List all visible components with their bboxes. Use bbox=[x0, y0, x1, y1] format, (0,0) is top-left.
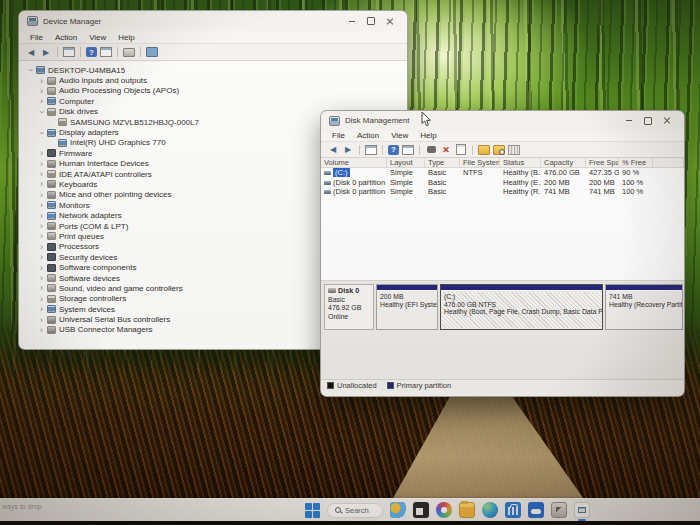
tree-expander-icon[interactable]: › bbox=[37, 212, 46, 220]
usb-icon bbox=[47, 160, 56, 168]
close-button[interactable] bbox=[380, 14, 399, 28]
partition-block[interactable]: 741 MBHealthy (Recovery Partition) bbox=[605, 284, 683, 330]
minimize-button[interactable] bbox=[619, 114, 638, 128]
menu-action[interactable]: Action bbox=[49, 33, 83, 42]
forward-arrow[interactable] bbox=[342, 144, 354, 155]
maximize-button[interactable] bbox=[361, 14, 380, 28]
tree-expander-icon[interactable]: › bbox=[37, 326, 46, 334]
menu-view[interactable]: View bbox=[83, 33, 112, 42]
volume-cell: Healthy (B... bbox=[500, 168, 541, 177]
tree-expander-icon[interactable]: › bbox=[37, 232, 46, 240]
snipping-icon[interactable] bbox=[551, 502, 567, 518]
store-icon[interactable] bbox=[505, 502, 521, 518]
back-arrow[interactable] bbox=[25, 47, 37, 58]
back-arrow[interactable] bbox=[327, 144, 339, 155]
tree-item[interactable]: ›DESKTOP-U4MBA15 bbox=[22, 65, 407, 75]
tree-expander-icon[interactable]: › bbox=[37, 149, 46, 157]
tree-expander-icon[interactable]: › bbox=[27, 66, 35, 75]
widgets-icon[interactable] bbox=[390, 502, 406, 518]
tree-item[interactable]: ›Audio inputs and outputs bbox=[22, 75, 407, 85]
tree-expander-icon[interactable]: › bbox=[37, 191, 46, 199]
menu-file[interactable]: File bbox=[24, 33, 49, 42]
maximize-button[interactable] bbox=[638, 114, 657, 128]
column-header[interactable]: % Free bbox=[619, 158, 653, 167]
volume-cell: 741 MB bbox=[541, 187, 586, 196]
tree-expander-icon[interactable]: › bbox=[37, 201, 46, 209]
volume-row[interactable]: (Disk 0 partition 1)SimpleBasicHealthy (… bbox=[321, 178, 684, 188]
folder-icon[interactable] bbox=[478, 144, 490, 155]
properties-window-icon[interactable] bbox=[402, 144, 414, 155]
tree-expander-icon[interactable]: › bbox=[37, 160, 46, 168]
column-header[interactable]: Status bbox=[500, 158, 541, 167]
start-logo-pane bbox=[305, 511, 312, 518]
delete-volume-icon[interactable] bbox=[440, 144, 452, 155]
tree-expander-icon[interactable]: › bbox=[37, 253, 46, 261]
legend-color-swatch bbox=[387, 382, 394, 389]
tree-item[interactable]: ›Audio Processing Objects (APOs) bbox=[22, 86, 407, 96]
volume-row[interactable]: (C:)SimpleBasicNTFSHealthy (B...476.00 G… bbox=[321, 168, 684, 178]
volume-list: VolumeLayoutTypeFile SystemStatusCapacit… bbox=[321, 158, 684, 281]
forward-arrow[interactable] bbox=[40, 47, 52, 58]
tree-expander-icon[interactable]: › bbox=[37, 264, 46, 272]
tree-expander-icon[interactable]: › bbox=[37, 97, 46, 105]
partition-block[interactable]: 200 MBHealthy (EFI System Pa bbox=[376, 284, 438, 330]
tree-expander-icon[interactable]: › bbox=[37, 316, 46, 324]
checklist-icon[interactable] bbox=[455, 144, 467, 155]
monitor-view-icon[interactable] bbox=[146, 47, 158, 58]
column-header[interactable]: Layout bbox=[387, 158, 425, 167]
column-header[interactable]: Volume bbox=[321, 158, 387, 167]
tree-expander-icon[interactable]: › bbox=[37, 77, 46, 85]
graphical-view: Disk 0 Basic 476.92 GB Online 200 MBHeal… bbox=[321, 281, 684, 379]
tree-expander-icon[interactable]: › bbox=[37, 274, 46, 282]
volume-cell: NTFS bbox=[460, 168, 500, 177]
help-icon[interactable] bbox=[388, 145, 399, 155]
tree-expander-icon[interactable]: › bbox=[37, 170, 46, 178]
tree-expander-icon[interactable]: › bbox=[37, 295, 46, 303]
column-header[interactable]: Type bbox=[425, 158, 460, 167]
tree-expander-icon[interactable]: › bbox=[37, 305, 46, 313]
tree-item[interactable]: ›Computer bbox=[22, 96, 407, 106]
console-window-icon[interactable] bbox=[63, 47, 75, 58]
column-header[interactable]: Free Spa... bbox=[586, 158, 619, 167]
properties-window-icon[interactable] bbox=[100, 47, 112, 58]
scan-hardware-icon[interactable] bbox=[123, 47, 135, 58]
onedrive-icon[interactable] bbox=[528, 502, 544, 518]
edge-icon[interactable] bbox=[482, 502, 498, 518]
tree-expander-icon[interactable]: › bbox=[37, 284, 46, 292]
toolbar-separator bbox=[419, 145, 420, 155]
menu-action[interactable]: Action bbox=[351, 131, 385, 140]
volume-row[interactable]: (Disk 0 partition 4)SimpleBasicHealthy (… bbox=[321, 187, 684, 197]
file-explorer-icon[interactable] bbox=[459, 502, 475, 518]
menu-help[interactable]: Help bbox=[414, 131, 442, 140]
minimize-button[interactable] bbox=[342, 14, 361, 28]
usb-icon bbox=[47, 326, 56, 334]
photos-icon[interactable] bbox=[436, 502, 452, 518]
search-box[interactable]: Search bbox=[327, 503, 383, 518]
menu-file[interactable]: File bbox=[326, 131, 351, 140]
tree-expander-icon[interactable]: › bbox=[37, 180, 46, 188]
tree-expander-icon[interactable]: › bbox=[37, 87, 46, 95]
device-manager-titlebar[interactable]: Device Manager bbox=[19, 11, 407, 31]
column-header[interactable]: File System bbox=[460, 158, 500, 167]
mmc-icon[interactable] bbox=[574, 502, 590, 518]
disk-management-titlebar[interactable]: Disk Management bbox=[321, 111, 684, 130]
task-view-icon[interactable] bbox=[413, 502, 429, 518]
help-icon[interactable] bbox=[86, 47, 97, 57]
tree-expander-icon[interactable]: › bbox=[37, 243, 46, 251]
tree-item-label: Software devices bbox=[59, 274, 120, 283]
widgets-headline[interactable]: ways to drop bbox=[2, 503, 42, 511]
tree-expander-icon[interactable]: › bbox=[38, 128, 46, 137]
action-bubble-icon[interactable] bbox=[425, 144, 437, 155]
tree-expander-icon[interactable]: › bbox=[38, 107, 46, 116]
console-window-icon[interactable] bbox=[365, 144, 377, 155]
close-button[interactable] bbox=[657, 114, 676, 128]
menu-view[interactable]: View bbox=[385, 131, 414, 140]
partition-block[interactable]: (C:)476.00 GB NTFSHealthy (Boot, Page Fi… bbox=[440, 284, 603, 330]
grid-icon[interactable] bbox=[508, 144, 520, 155]
search-folder-icon[interactable] bbox=[493, 144, 505, 155]
start-button[interactable] bbox=[305, 503, 320, 518]
tree-expander-icon[interactable]: › bbox=[37, 222, 46, 230]
menu-help[interactable]: Help bbox=[112, 33, 140, 42]
column-header[interactable]: Capacity bbox=[541, 158, 586, 167]
disk0-header[interactable]: Disk 0 Basic 476.92 GB Online bbox=[324, 284, 374, 330]
